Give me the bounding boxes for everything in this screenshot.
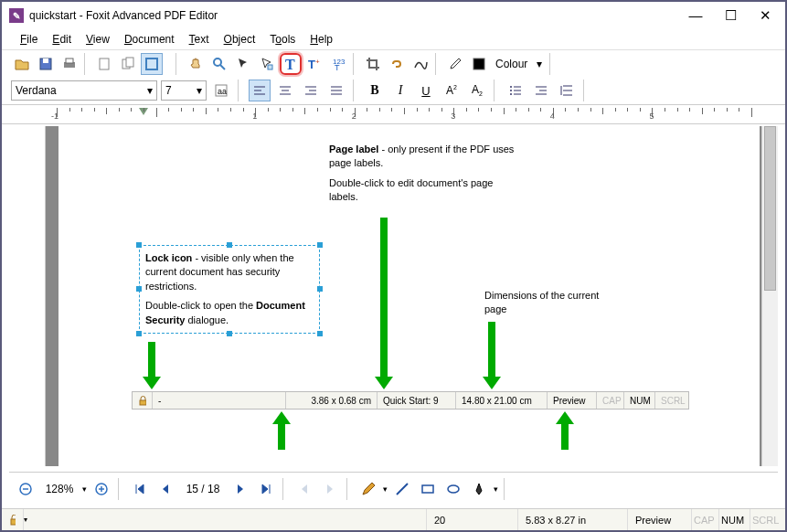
italic-icon[interactable]: I: [389, 80, 411, 101]
align-justify-icon[interactable]: [325, 80, 347, 101]
status-spacer: [33, 509, 427, 530]
colour-dropdown-icon[interactable]: ▾: [533, 53, 546, 75]
zoom-dropdown-icon[interactable]: ▾: [82, 484, 87, 494]
arrow-icon: [380, 218, 388, 378]
callout-text: Double-click to open the: [145, 300, 256, 311]
svg-rect-52: [11, 519, 16, 525]
menu-edit[interactable]: Edit: [47, 31, 77, 48]
next-page-icon[interactable]: [229, 478, 251, 500]
svg-rect-4: [100, 59, 109, 69]
rect-tool-icon[interactable]: [417, 478, 439, 500]
svg-rect-6: [126, 58, 133, 67]
svg-line-49: [397, 484, 408, 495]
svg-point-51: [448, 485, 459, 493]
link-icon[interactable]: [386, 53, 408, 75]
list-icon[interactable]: [505, 80, 526, 101]
align-center-icon[interactable]: [274, 80, 296, 101]
hand-tool-icon[interactable]: [185, 53, 207, 75]
svg-text:+: +: [315, 58, 320, 66]
pencil-dropdown-icon[interactable]: ▾: [383, 484, 388, 494]
lock-icon[interactable]: [2, 509, 24, 530]
svg-point-33: [510, 90, 512, 91]
inner-status-pagedims: 14.80 x 21.00 cm: [456, 392, 548, 409]
vertical-text-icon[interactable]: 123T: [327, 53, 349, 75]
pages-icon[interactable]: [117, 53, 139, 75]
menu-document[interactable]: Document: [119, 31, 180, 48]
print-icon[interactable]: [58, 53, 80, 75]
colour-swatch-icon[interactable]: [468, 53, 490, 75]
open-icon[interactable]: [11, 53, 33, 75]
history-fwd-icon[interactable]: [319, 478, 341, 500]
inner-statusbar: - 3.86 x 0.68 cm Quick Start: 9 14.80 x …: [132, 391, 689, 410]
app-icon: ✎: [9, 8, 24, 23]
callout-text: Double-click to edit document's page lab…: [329, 177, 493, 202]
eyedropper-icon[interactable]: [444, 53, 466, 75]
status-page: 20: [427, 509, 518, 530]
edit-object-icon[interactable]: [256, 53, 278, 75]
menu-text[interactable]: Text: [184, 31, 215, 48]
page-indicator[interactable]: 15 / 18: [180, 483, 226, 495]
save-icon[interactable]: [35, 53, 57, 75]
history-back-icon[interactable]: [293, 478, 315, 500]
pointer-icon[interactable]: [232, 53, 254, 75]
align-right-icon[interactable]: [300, 80, 322, 101]
document-area: Page label - only present if the PDF use…: [9, 126, 778, 466]
minimize-button[interactable]: —: [686, 7, 705, 24]
menu-object[interactable]: Object: [218, 31, 261, 48]
line-tool-icon[interactable]: [391, 478, 413, 500]
path-icon[interactable]: [409, 53, 431, 75]
svg-rect-43: [140, 400, 146, 405]
svg-rect-1: [43, 59, 48, 63]
text-plus-icon[interactable]: T+: [303, 53, 325, 75]
pen-tool-icon[interactable]: [468, 478, 490, 500]
svg-text:T: T: [308, 58, 315, 71]
svg-text:T: T: [335, 63, 340, 71]
fit-page-icon[interactable]: [141, 53, 163, 75]
scrollbar-thumb[interactable]: [764, 126, 776, 291]
prev-page-icon[interactable]: [154, 478, 176, 500]
line-spacing-icon[interactable]: [556, 80, 578, 101]
indent-icon[interactable]: [530, 80, 552, 101]
zoom-in-icon[interactable]: [90, 478, 112, 500]
pen-dropdown-icon[interactable]: ▾: [494, 484, 498, 494]
pencil-icon[interactable]: [357, 478, 379, 500]
status-preview: Preview: [628, 509, 692, 530]
superscript-icon[interactable]: A2: [441, 80, 463, 101]
zoom-out-icon[interactable]: [15, 478, 37, 500]
status-cap: CAP: [692, 509, 719, 530]
underline-icon[interactable]: U: [415, 80, 437, 101]
first-page-icon[interactable]: [129, 478, 151, 500]
page-icon[interactable]: [93, 53, 115, 75]
zoom-icon[interactable]: [208, 53, 230, 75]
text-tool-icon[interactable]: T: [280, 53, 302, 75]
crop-icon[interactable]: [362, 53, 384, 75]
status-scrl: SCRL: [750, 509, 785, 530]
inner-status-pagelabel: Quick Start: 9: [378, 392, 456, 409]
subscript-icon[interactable]: A2: [466, 80, 488, 101]
colour-label: Colour: [492, 58, 531, 70]
font-size-select[interactable]: 7 ▾: [161, 80, 207, 101]
vertical-ruler[interactable]: [9, 126, 46, 466]
menu-help[interactable]: Help: [304, 31, 338, 48]
zoom-value[interactable]: 128%: [40, 483, 79, 495]
menu-tools[interactable]: Tools: [264, 31, 301, 48]
window-title: quickstart - Foxit Advanced PDF Editor: [29, 9, 686, 22]
maximize-button[interactable]: ☐: [721, 7, 739, 24]
font-size-value: 7: [165, 84, 172, 97]
vertical-scrollbar[interactable]: [761, 126, 778, 466]
font-toolbar: Verdana ▾ 7 ▾ aa B I U A2 A2: [2, 77, 785, 104]
font-name-select[interactable]: Verdana ▾: [11, 80, 157, 101]
align-left-icon[interactable]: [249, 80, 271, 101]
menu-view[interactable]: View: [80, 31, 115, 48]
callout-lock-icon[interactable]: Lock icon - visible only when the curren…: [139, 245, 320, 334]
close-button[interactable]: ✕: [756, 7, 774, 24]
last-page-icon[interactable]: [255, 478, 277, 500]
bold-icon[interactable]: B: [364, 80, 386, 101]
page-canvas[interactable]: Page label - only present if the PDF use…: [58, 126, 760, 466]
menu-file[interactable]: File: [15, 31, 43, 48]
horizontal-ruler[interactable]: -112345: [2, 104, 785, 124]
svg-line-9: [220, 65, 225, 69]
ellipse-tool-icon[interactable]: [442, 478, 464, 500]
font-settings-icon[interactable]: aa: [210, 80, 232, 101]
lock-dropdown-icon[interactable]: ▾: [24, 516, 33, 524]
